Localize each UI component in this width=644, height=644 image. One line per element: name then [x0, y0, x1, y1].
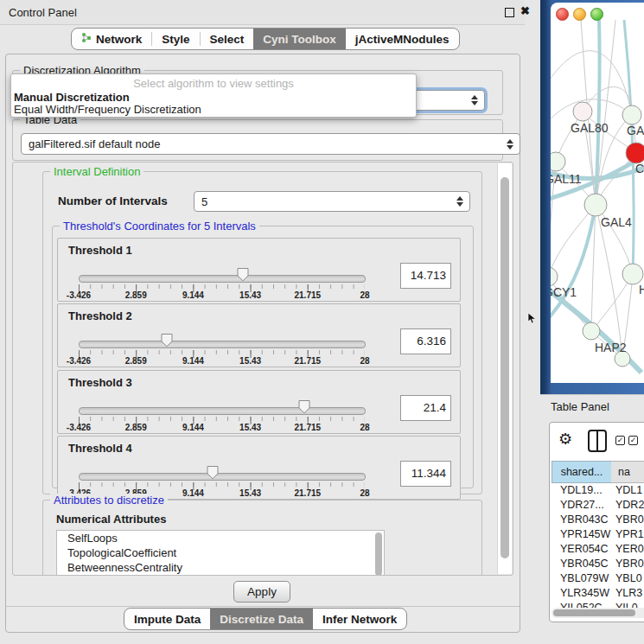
- table-data-combo[interactable]: galFiltered.sif default node: [21, 133, 520, 155]
- node-label-clipped-top: GA: [627, 124, 644, 137]
- node-label-hap2: HAP2: [595, 341, 627, 354]
- node-label-gal4: GAL4: [601, 215, 632, 229]
- table-row[interactable]: YLR345WYLR3: [552, 586, 644, 601]
- traffic-light-minimize-icon[interactable]: [573, 8, 586, 21]
- mouse-cursor: [527, 313, 538, 324]
- combo-arrows-icon: [456, 196, 463, 207]
- table-horizontal-scrollbar[interactable]: [552, 608, 644, 618]
- tab-select[interactable]: Select: [201, 29, 254, 49]
- slider-tick-labels: -3.426 2.859 9.144 15.43 21.715 28: [79, 356, 365, 367]
- tab-infer-network[interactable]: Infer Network: [313, 609, 406, 629]
- threshold-1-slider-thumb[interactable]: [237, 267, 250, 285]
- cyni-toolbox-panel: Discretization Algorithm Table Data galF…: [5, 54, 520, 633]
- threshold-4-value-input[interactable]: 11.344: [400, 461, 451, 487]
- interval-definition-title: Interval Definition: [50, 165, 143, 178]
- combo-arrows-icon: [471, 95, 478, 105]
- threshold-2-slider-thumb[interactable]: [161, 333, 174, 351]
- table-data-combo-value: galFiltered.sif default node: [29, 137, 160, 150]
- node-label-clipped-red: C: [635, 162, 644, 175]
- table-row[interactable]: YPR145WYPR1: [552, 527, 644, 542]
- numerical-attributes-label: Numerical Attributes: [56, 513, 166, 526]
- bottom-tab-bar: Impute Data Discretize Data Infer Networ…: [124, 608, 407, 630]
- node-gcy1: [551, 267, 558, 286]
- settings-scrollbar[interactable]: [497, 163, 512, 574]
- slider-tick-labels: -3.426 2.859 9.144 15.43 21.715 28: [79, 423, 365, 433]
- tab-style[interactable]: Style: [152, 29, 199, 49]
- tab-cyni-toolbox[interactable]: Cyni Toolbox: [253, 29, 346, 49]
- algorithm-dropdown-popup: Select algorithm to view settings Manual…: [10, 73, 417, 118]
- dropdown-option-manual-discretization[interactable]: Manual Discretization: [14, 91, 130, 104]
- table-row[interactable]: YBL079WYBL0: [552, 571, 644, 586]
- list-item[interactable]: BetweennessCentrality: [57, 560, 384, 575]
- threshold-2-value-input[interactable]: 6.316: [400, 328, 451, 354]
- threshold-4-panel: Threshold 4 -3.426 2.859 9.144 15.43 21.…: [57, 436, 461, 500]
- traffic-light-zoom-icon[interactable]: [590, 8, 603, 21]
- network-canvas[interactable]: GAL80 GA C GAL11 GAL4 GCY1 H HAP2: [551, 3, 644, 383]
- threshold-1-slider[interactable]: [79, 267, 364, 286]
- threshold-3-value-input[interactable]: 21.4: [400, 395, 451, 421]
- top-tab-bar: Network Style Select Cyni Toolbox jActiv…: [71, 28, 460, 50]
- attributes-group-title: Attributes to discretize: [50, 494, 168, 507]
- float-window-icon[interactable]: [505, 8, 514, 17]
- interval-definition-group: Interval Definition Number of Intervals …: [42, 171, 482, 494]
- close-icon[interactable]: ✖: [520, 4, 530, 17]
- thresholds-group: Threshold's Coordinates for 5 Intervals …: [52, 226, 474, 488]
- network-icon: [81, 32, 92, 46]
- checkbox-icon[interactable]: ✓: [615, 436, 625, 445]
- dropdown-placeholder: Select algorithm to view settings: [11, 77, 416, 90]
- list-item[interactable]: TopologicalCoefficient: [57, 545, 384, 560]
- node-red-selected: [626, 143, 644, 163]
- network-graph: GAL80 GA C GAL11 GAL4 GCY1 H HAP2: [551, 3, 644, 383]
- slider-tick-labels: -3.426 2.859 9.144 15.43 21.715 28: [79, 290, 365, 301]
- node-unlabeled-pink: [573, 102, 592, 121]
- node-label-clipped-right: H: [639, 283, 644, 296]
- attributes-list[interactable]: SelfLoops TopologicalCoefficient Between…: [56, 530, 385, 576]
- tab-discretize-data[interactable]: Discretize Data: [210, 609, 313, 629]
- attributes-list-scrollbar[interactable]: [375, 532, 382, 576]
- node-label-gal11: GAL11: [551, 172, 582, 186]
- control-panel-titlebar: Control Panel ✖: [0, 0, 525, 25]
- panel-title: Control Panel: [9, 6, 77, 19]
- tab-network[interactable]: Network: [72, 29, 151, 49]
- threshold-2-panel: Threshold 2 -3.426 2.859 9.144 15.43 21.…: [57, 303, 461, 367]
- apply-button[interactable]: Apply: [233, 581, 290, 603]
- threshold-1-value-input[interactable]: 14.713: [400, 263, 451, 289]
- number-of-intervals-label: Number of Intervals: [58, 194, 168, 207]
- list-item[interactable]: SelfLoops: [57, 531, 384, 545]
- threshold-3-slider[interactable]: [79, 399, 364, 418]
- threshold-4-slider-thumb[interactable]: [207, 465, 220, 483]
- table-row[interactable]: YDL19...YDL1: [552, 483, 644, 498]
- network-view-window[interactable]: GAL80 GA C GAL11 GAL4 GCY1 H HAP2: [540, 0, 644, 394]
- node-gal4: [584, 194, 607, 216]
- tab-jactivemnodules[interactable]: jActiveMNodules: [346, 29, 459, 49]
- threshold-4-slider[interactable]: [79, 465, 364, 484]
- node-table: ⚙ ✓ ✓ shared... na YDL19...YDL1 YDR27...…: [549, 422, 644, 622]
- tab-impute-data[interactable]: Impute Data: [124, 609, 210, 629]
- threshold-3-slider-thumb[interactable]: [297, 399, 310, 418]
- node-hap2: [583, 322, 600, 340]
- number-of-intervals-combo[interactable]: 5: [194, 191, 470, 212]
- node-gal11: [551, 152, 565, 171]
- table-panel-title: Table Panel: [551, 400, 609, 413]
- table-row[interactable]: YBR045CYBR0: [552, 557, 644, 571]
- combo-arrows-icon: [507, 139, 513, 150]
- table-row[interactable]: YDR27...YDR2: [552, 498, 644, 513]
- table-data-group: Table Data galFiltered.sif default node: [12, 119, 503, 161]
- table-row[interactable]: YER054CYER0: [552, 542, 644, 557]
- table-panel-titlebar: Table Panel: [540, 394, 644, 418]
- threshold-1-panel: Threshold 1 -3.426 2.859 9.144 15.43 21.…: [57, 238, 461, 302]
- threshold-2-slider[interactable]: [79, 333, 364, 352]
- column-header-shared[interactable]: shared...: [552, 461, 612, 483]
- attributes-group: Attributes to discretize Numerical Attri…: [42, 500, 482, 576]
- panel-divider: [6, 606, 520, 607]
- table-row[interactable]: YBR043CYBR0: [552, 513, 644, 527]
- columns-icon[interactable]: [588, 430, 607, 452]
- column-header-name[interactable]: na: [611, 461, 644, 483]
- node-clipped-right: [622, 264, 643, 284]
- node-label-gal80: GAL80: [571, 121, 609, 135]
- gear-icon[interactable]: ⚙: [558, 430, 572, 449]
- node-clipped-top: [622, 105, 641, 124]
- traffic-light-close-icon[interactable]: [556, 8, 569, 21]
- dropdown-option-equal-width[interactable]: Equal Width/Frequency Discretization: [14, 103, 201, 116]
- checkbox-icon[interactable]: ✓: [628, 436, 638, 445]
